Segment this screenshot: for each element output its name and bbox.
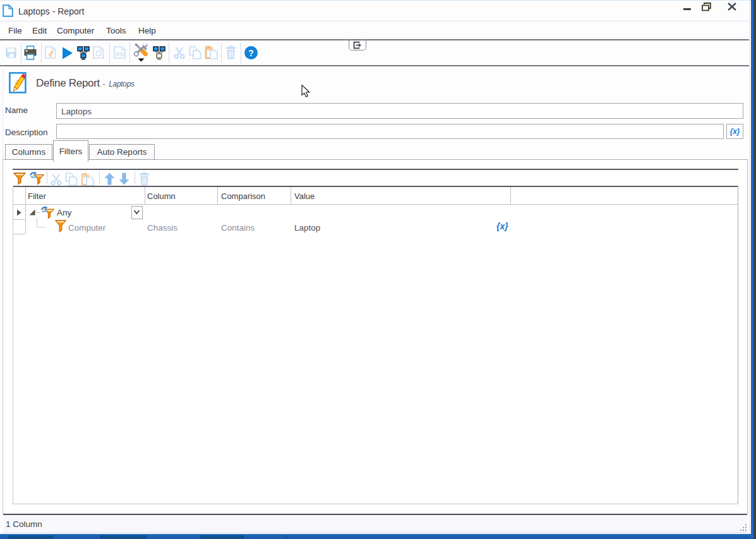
svg-text:?: ? bbox=[248, 48, 254, 58]
svg-text:CSV: CSV bbox=[116, 52, 124, 56]
